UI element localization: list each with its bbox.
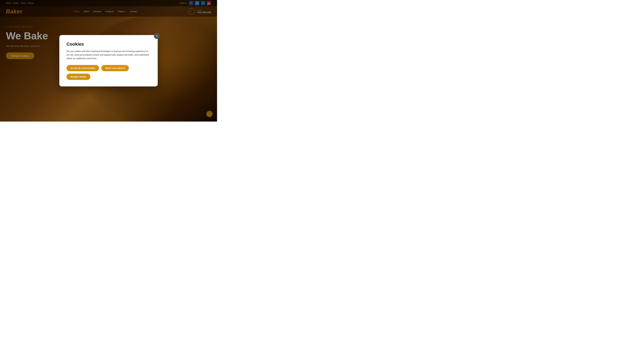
cookie-modal-buttons: Accept all recommended Reject non-requir… [66,65,150,80]
accept-all-recommended-button[interactable]: Accept all recommended [66,65,99,71]
manage-cookies-button[interactable]: Manage cookies [66,74,90,80]
cookie-modal: × Cookies We use cookies and other track… [59,35,158,86]
cookie-modal-text: We use cookies and other tracking techno… [66,50,150,60]
cookie-modal-title: Cookies [66,41,150,47]
cookie-close-button[interactable]: × [154,33,160,39]
reject-non-required-button[interactable]: Reject non-required [101,65,129,71]
